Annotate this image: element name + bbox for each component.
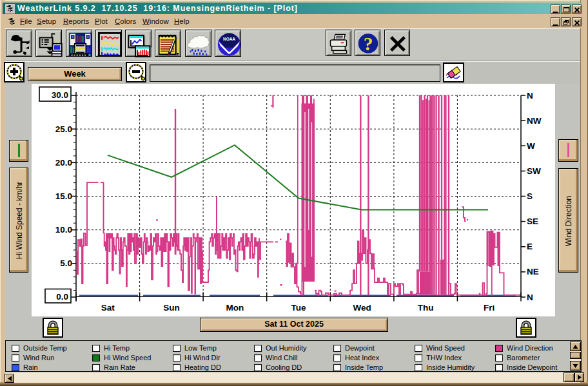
svg-text:Wed: Wed: [353, 303, 371, 313]
svg-text:20.0: 20.0: [55, 158, 72, 168]
svg-text:SW: SW: [527, 166, 541, 176]
svg-text:Tue: Tue: [291, 303, 306, 313]
svg-text:N: N: [527, 293, 533, 302]
svg-text:30.0: 30.0: [52, 90, 68, 100]
svg-text:N: N: [527, 91, 533, 101]
svg-text:15.0: 15.0: [55, 191, 72, 201]
svg-text:Fri: Fri: [484, 303, 495, 313]
svg-text:E: E: [527, 242, 533, 251]
svg-text:NW: NW: [527, 116, 542, 126]
svg-text:0.0: 0.0: [56, 292, 68, 302]
svg-text:25.0: 25.0: [55, 124, 72, 134]
svg-text:NOAA: NOAA: [223, 37, 235, 41]
svg-text:Mon: Mon: [226, 303, 244, 313]
svg-text:NE: NE: [527, 267, 539, 276]
svg-text:Thu: Thu: [418, 303, 434, 313]
svg-text:10.0: 10.0: [55, 225, 72, 235]
svg-text:S: S: [527, 191, 533, 201]
svg-text:Sat: Sat: [101, 303, 115, 313]
svg-text:W: W: [527, 141, 535, 151]
svg-text:SE: SE: [527, 217, 538, 226]
svg-text:Sun: Sun: [163, 303, 180, 313]
svg-text:?: ?: [364, 34, 373, 54]
svg-text:5.0: 5.0: [60, 258, 72, 268]
